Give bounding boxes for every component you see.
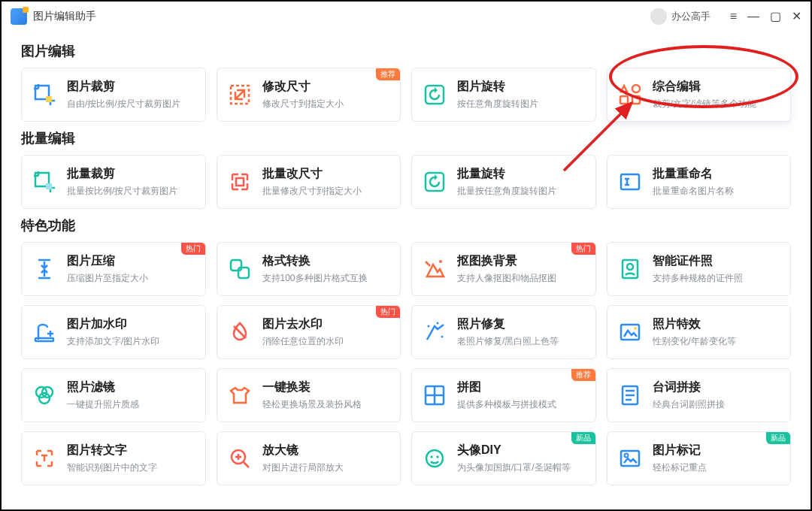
svg-point-19 — [428, 325, 430, 328]
card-batch-rename[interactable]: 批量重命名 批量重命名图片名称 — [607, 155, 792, 209]
card-desc: 经典台词剧照拼接 — [653, 398, 725, 411]
badge-hot: 热门 — [376, 306, 400, 318]
avatar-diy-icon — [421, 445, 448, 472]
card-title: 修改尺寸 — [262, 79, 344, 95]
card-batch-crop[interactable]: 批量裁剪 批量按比例/按尺寸裁剪图片 — [21, 155, 206, 209]
idphoto-icon — [617, 256, 644, 283]
card-avatar-diy[interactable]: 新品 头像DIY 为头像加国旗/口罩/圣诞帽等 — [411, 431, 596, 485]
user-block[interactable]: 办公高手 — [650, 8, 710, 25]
svg-rect-6 — [620, 96, 628, 104]
app-title: 图片编辑助手 — [33, 10, 96, 23]
card-title: 放大镜 — [262, 443, 344, 458]
crop-icon — [31, 81, 58, 108]
svg-rect-33 — [621, 451, 639, 466]
menu-button[interactable]: ≡ — [730, 11, 737, 23]
card-batch-resize[interactable]: 批量改尺寸 批量修改尺寸到指定大小 — [217, 155, 401, 209]
card-desc: 消除任意位置的水印 — [262, 335, 344, 348]
svg-rect-12 — [621, 174, 639, 189]
card-title: 综合编辑 — [653, 79, 757, 95]
card-desc: 提供多种模板与拼接模式 — [457, 398, 556, 411]
zoom-icon — [226, 445, 253, 472]
maximize-button[interactable]: ▢ — [770, 11, 781, 23]
effects-icon — [617, 319, 644, 346]
svg-rect-1 — [46, 96, 52, 102]
card-desc: 支持添加文字/图片水印 — [67, 335, 159, 348]
card-zoom[interactable]: 放大镜 对图片进行局部放大 — [217, 431, 401, 485]
titlebar: 图片编辑助手 办公高手 ≡ — ▢ ✕ — [2, 2, 810, 32]
card-rotate[interactable]: 图片旋转 按任意角度旋转图片 — [411, 68, 596, 122]
rotate-icon — [421, 81, 448, 108]
minimize-button[interactable]: — — [747, 11, 759, 23]
card-convert[interactable]: 格式转换 支持100多种图片格式互换 — [217, 242, 401, 296]
svg-rect-9 — [46, 183, 52, 189]
ocr-icon — [31, 445, 58, 472]
card-watermark-add[interactable]: 图片加水印 支持添加文字/图片水印 — [21, 305, 206, 359]
svg-rect-7 — [632, 96, 640, 104]
card-title: 拼图 — [457, 379, 556, 395]
card-title: 照片修复 — [457, 316, 559, 332]
card-desc: 一键提升照片质感 — [67, 398, 139, 411]
rotate-green-icon — [421, 168, 448, 195]
card-desc: 自由/按比例/按尺寸裁剪图片 — [67, 98, 180, 110]
grid-edit: 图片裁剪 自由/按比例/按尺寸裁剪图片 推荐 修改尺寸 修改尺寸到指定大小 图片… — [21, 68, 791, 122]
section-title-batch: 批量编辑 — [21, 129, 791, 147]
badge-hot: 热门 — [571, 243, 595, 255]
filter-icon — [31, 382, 58, 409]
svg-point-15 — [439, 260, 442, 263]
section-title-special: 特色功能 — [21, 216, 791, 234]
resize-red-icon — [226, 168, 253, 195]
card-dress[interactable]: 一键换装 轻松更换场景及装扮风格 — [217, 368, 401, 422]
svg-rect-10 — [236, 178, 244, 186]
watermark-remove-icon — [226, 319, 253, 346]
svg-point-34 — [624, 454, 628, 458]
repair-icon — [421, 319, 448, 346]
subtitle-icon — [617, 382, 644, 409]
card-title: 头像DIY — [457, 443, 571, 458]
card-title: 图片裁剪 — [67, 79, 180, 95]
card-ocr[interactable]: 图片转文字 智能识别图片中的文字 — [21, 431, 206, 485]
card-desc: 为头像加国旗/口罩/圣诞帽等 — [457, 461, 571, 474]
card-desc: 修改尺寸到指定大小 — [262, 98, 344, 110]
badge-hot: 热门 — [181, 243, 205, 255]
combo-icon — [617, 81, 644, 108]
card-cutout[interactable]: 热门 抠图换背景 支持人像抠图和物品抠图 — [411, 242, 596, 296]
close-button[interactable]: ✕ — [792, 11, 801, 23]
card-title: 格式转换 — [262, 253, 368, 269]
svg-point-30 — [426, 450, 443, 467]
card-desc: 批量按任意角度旋转图片 — [457, 185, 556, 198]
svg-point-32 — [436, 455, 438, 458]
card-batch-rotate[interactable]: 批量旋转 批量按任意角度旋转图片 — [411, 155, 596, 209]
card-crop[interactable]: 图片裁剪 自由/按比例/按尺寸裁剪图片 — [21, 68, 206, 122]
svg-point-17 — [627, 264, 633, 270]
card-repair[interactable]: 照片修复 老照片修复/黑白照上色等 — [411, 305, 596, 359]
card-title: 批量重命名 — [653, 166, 734, 182]
svg-point-20 — [441, 336, 444, 338]
card-watermark-remove[interactable]: 热门 图片去水印 消除任意位置的水印 — [217, 305, 401, 359]
svg-rect-13 — [231, 260, 241, 271]
card-combo-edit[interactable]: 综合编辑 裁剪/文字/滤镜等多个功能 — [607, 68, 792, 122]
compress-icon — [31, 256, 58, 283]
card-collage[interactable]: 推荐 拼图 提供多种模板与拼接模式 — [411, 368, 596, 422]
convert-icon — [226, 256, 253, 283]
card-annotate[interactable]: 新品 图片标记 轻松标记重点 — [607, 431, 792, 485]
card-desc: 性别变化/年龄变化等 — [653, 335, 736, 348]
svg-marker-4 — [621, 86, 627, 92]
svg-point-31 — [430, 455, 432, 458]
card-title: 抠图换背景 — [457, 253, 556, 269]
card-effects[interactable]: 照片特效 性别变化/年龄变化等 — [607, 305, 792, 359]
card-title: 一键换装 — [262, 379, 362, 395]
badge-recommend: 推荐 — [571, 369, 595, 381]
card-desc: 批量重命名图片名称 — [653, 185, 734, 198]
card-desc: 轻松标记重点 — [653, 461, 707, 474]
cutout-icon — [421, 256, 448, 283]
grid-batch: 批量裁剪 批量按比例/按尺寸裁剪图片 批量改尺寸 批量修改尺寸到指定大小 批量旋… — [21, 155, 791, 209]
card-resize[interactable]: 推荐 修改尺寸 修改尺寸到指定大小 — [217, 68, 401, 122]
card-compress[interactable]: 热门 图片压缩 压缩图片至指定大小 — [21, 242, 206, 296]
card-title: 图片转文字 — [67, 443, 157, 458]
card-idphoto[interactable]: 智能证件照 支持多种规格的证件照 — [607, 242, 792, 296]
card-title: 批量旋转 — [457, 166, 556, 182]
card-title: 批量改尺寸 — [262, 166, 362, 182]
card-subtitle[interactable]: 台词拼接 经典台词剧照拼接 — [607, 368, 792, 422]
card-title: 照片滤镜 — [67, 379, 139, 395]
card-filter[interactable]: 照片滤镜 一键提升照片质感 — [21, 368, 206, 422]
